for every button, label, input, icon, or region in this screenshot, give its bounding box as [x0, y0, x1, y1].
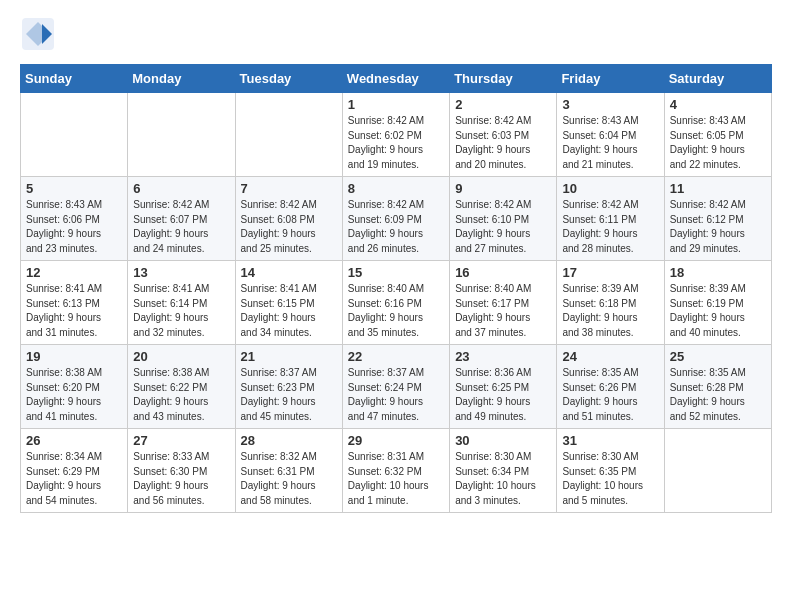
weekday-header-row: SundayMondayTuesdayWednesdayThursdayFrid…	[21, 65, 772, 93]
day-info: Sunrise: 8:37 AM Sunset: 6:23 PM Dayligh…	[241, 366, 337, 424]
day-number: 2	[455, 97, 551, 112]
day-info: Sunrise: 8:42 AM Sunset: 6:08 PM Dayligh…	[241, 198, 337, 256]
day-number: 17	[562, 265, 658, 280]
day-number: 16	[455, 265, 551, 280]
day-number: 10	[562, 181, 658, 196]
calendar-cell: 15Sunrise: 8:40 AM Sunset: 6:16 PM Dayli…	[342, 261, 449, 345]
calendar-cell: 28Sunrise: 8:32 AM Sunset: 6:31 PM Dayli…	[235, 429, 342, 513]
day-info: Sunrise: 8:41 AM Sunset: 6:14 PM Dayligh…	[133, 282, 229, 340]
day-number: 14	[241, 265, 337, 280]
day-number: 26	[26, 433, 122, 448]
calendar-cell: 23Sunrise: 8:36 AM Sunset: 6:25 PM Dayli…	[450, 345, 557, 429]
calendar-cell: 29Sunrise: 8:31 AM Sunset: 6:32 PM Dayli…	[342, 429, 449, 513]
day-info: Sunrise: 8:35 AM Sunset: 6:26 PM Dayligh…	[562, 366, 658, 424]
calendar-cell: 1Sunrise: 8:42 AM Sunset: 6:02 PM Daylig…	[342, 93, 449, 177]
day-number: 7	[241, 181, 337, 196]
calendar-cell	[235, 93, 342, 177]
day-info: Sunrise: 8:43 AM Sunset: 6:05 PM Dayligh…	[670, 114, 766, 172]
weekday-header-wednesday: Wednesday	[342, 65, 449, 93]
day-info: Sunrise: 8:39 AM Sunset: 6:18 PM Dayligh…	[562, 282, 658, 340]
day-number: 9	[455, 181, 551, 196]
calendar-cell	[21, 93, 128, 177]
page: SundayMondayTuesdayWednesdayThursdayFrid…	[0, 0, 792, 529]
day-info: Sunrise: 8:41 AM Sunset: 6:13 PM Dayligh…	[26, 282, 122, 340]
day-number: 24	[562, 349, 658, 364]
day-number: 28	[241, 433, 337, 448]
calendar-table: SundayMondayTuesdayWednesdayThursdayFrid…	[20, 64, 772, 513]
day-info: Sunrise: 8:42 AM Sunset: 6:03 PM Dayligh…	[455, 114, 551, 172]
day-info: Sunrise: 8:42 AM Sunset: 6:02 PM Dayligh…	[348, 114, 444, 172]
day-info: Sunrise: 8:40 AM Sunset: 6:17 PM Dayligh…	[455, 282, 551, 340]
logo-icon	[20, 16, 56, 52]
calendar-cell: 9Sunrise: 8:42 AM Sunset: 6:10 PM Daylig…	[450, 177, 557, 261]
weekday-header-friday: Friday	[557, 65, 664, 93]
day-number: 21	[241, 349, 337, 364]
calendar-cell: 20Sunrise: 8:38 AM Sunset: 6:22 PM Dayli…	[128, 345, 235, 429]
day-number: 1	[348, 97, 444, 112]
calendar-cell	[128, 93, 235, 177]
calendar-week-row: 5Sunrise: 8:43 AM Sunset: 6:06 PM Daylig…	[21, 177, 772, 261]
calendar-cell: 7Sunrise: 8:42 AM Sunset: 6:08 PM Daylig…	[235, 177, 342, 261]
weekday-header-thursday: Thursday	[450, 65, 557, 93]
calendar-cell: 8Sunrise: 8:42 AM Sunset: 6:09 PM Daylig…	[342, 177, 449, 261]
day-info: Sunrise: 8:30 AM Sunset: 6:34 PM Dayligh…	[455, 450, 551, 508]
day-info: Sunrise: 8:41 AM Sunset: 6:15 PM Dayligh…	[241, 282, 337, 340]
calendar-cell: 14Sunrise: 8:41 AM Sunset: 6:15 PM Dayli…	[235, 261, 342, 345]
calendar-cell: 16Sunrise: 8:40 AM Sunset: 6:17 PM Dayli…	[450, 261, 557, 345]
day-number: 6	[133, 181, 229, 196]
day-number: 3	[562, 97, 658, 112]
calendar-cell: 26Sunrise: 8:34 AM Sunset: 6:29 PM Dayli…	[21, 429, 128, 513]
day-number: 29	[348, 433, 444, 448]
calendar-cell: 30Sunrise: 8:30 AM Sunset: 6:34 PM Dayli…	[450, 429, 557, 513]
weekday-header-sunday: Sunday	[21, 65, 128, 93]
day-number: 4	[670, 97, 766, 112]
day-info: Sunrise: 8:43 AM Sunset: 6:06 PM Dayligh…	[26, 198, 122, 256]
day-info: Sunrise: 8:42 AM Sunset: 6:12 PM Dayligh…	[670, 198, 766, 256]
calendar-week-row: 1Sunrise: 8:42 AM Sunset: 6:02 PM Daylig…	[21, 93, 772, 177]
calendar-cell: 21Sunrise: 8:37 AM Sunset: 6:23 PM Dayli…	[235, 345, 342, 429]
day-number: 11	[670, 181, 766, 196]
calendar-cell: 4Sunrise: 8:43 AM Sunset: 6:05 PM Daylig…	[664, 93, 771, 177]
day-info: Sunrise: 8:42 AM Sunset: 6:10 PM Dayligh…	[455, 198, 551, 256]
day-info: Sunrise: 8:40 AM Sunset: 6:16 PM Dayligh…	[348, 282, 444, 340]
calendar-cell: 19Sunrise: 8:38 AM Sunset: 6:20 PM Dayli…	[21, 345, 128, 429]
day-info: Sunrise: 8:35 AM Sunset: 6:28 PM Dayligh…	[670, 366, 766, 424]
day-number: 15	[348, 265, 444, 280]
day-info: Sunrise: 8:37 AM Sunset: 6:24 PM Dayligh…	[348, 366, 444, 424]
calendar-cell: 6Sunrise: 8:42 AM Sunset: 6:07 PM Daylig…	[128, 177, 235, 261]
calendar-cell: 31Sunrise: 8:30 AM Sunset: 6:35 PM Dayli…	[557, 429, 664, 513]
day-number: 23	[455, 349, 551, 364]
day-info: Sunrise: 8:42 AM Sunset: 6:11 PM Dayligh…	[562, 198, 658, 256]
day-info: Sunrise: 8:43 AM Sunset: 6:04 PM Dayligh…	[562, 114, 658, 172]
day-number: 31	[562, 433, 658, 448]
weekday-header-tuesday: Tuesday	[235, 65, 342, 93]
day-info: Sunrise: 8:36 AM Sunset: 6:25 PM Dayligh…	[455, 366, 551, 424]
calendar-cell: 10Sunrise: 8:42 AM Sunset: 6:11 PM Dayli…	[557, 177, 664, 261]
calendar-cell: 13Sunrise: 8:41 AM Sunset: 6:14 PM Dayli…	[128, 261, 235, 345]
calendar-cell: 22Sunrise: 8:37 AM Sunset: 6:24 PM Dayli…	[342, 345, 449, 429]
calendar-cell: 27Sunrise: 8:33 AM Sunset: 6:30 PM Dayli…	[128, 429, 235, 513]
weekday-header-monday: Monday	[128, 65, 235, 93]
day-number: 8	[348, 181, 444, 196]
day-info: Sunrise: 8:38 AM Sunset: 6:20 PM Dayligh…	[26, 366, 122, 424]
day-info: Sunrise: 8:42 AM Sunset: 6:07 PM Dayligh…	[133, 198, 229, 256]
calendar-cell: 24Sunrise: 8:35 AM Sunset: 6:26 PM Dayli…	[557, 345, 664, 429]
calendar-week-row: 12Sunrise: 8:41 AM Sunset: 6:13 PM Dayli…	[21, 261, 772, 345]
calendar-week-row: 19Sunrise: 8:38 AM Sunset: 6:20 PM Dayli…	[21, 345, 772, 429]
calendar-cell: 3Sunrise: 8:43 AM Sunset: 6:04 PM Daylig…	[557, 93, 664, 177]
calendar-cell: 18Sunrise: 8:39 AM Sunset: 6:19 PM Dayli…	[664, 261, 771, 345]
day-number: 5	[26, 181, 122, 196]
day-number: 22	[348, 349, 444, 364]
day-number: 25	[670, 349, 766, 364]
calendar-cell: 5Sunrise: 8:43 AM Sunset: 6:06 PM Daylig…	[21, 177, 128, 261]
logo	[20, 16, 60, 52]
header	[20, 16, 772, 52]
weekday-header-saturday: Saturday	[664, 65, 771, 93]
day-info: Sunrise: 8:34 AM Sunset: 6:29 PM Dayligh…	[26, 450, 122, 508]
day-info: Sunrise: 8:42 AM Sunset: 6:09 PM Dayligh…	[348, 198, 444, 256]
day-info: Sunrise: 8:38 AM Sunset: 6:22 PM Dayligh…	[133, 366, 229, 424]
day-number: 18	[670, 265, 766, 280]
calendar-cell: 17Sunrise: 8:39 AM Sunset: 6:18 PM Dayli…	[557, 261, 664, 345]
calendar-cell: 12Sunrise: 8:41 AM Sunset: 6:13 PM Dayli…	[21, 261, 128, 345]
day-number: 19	[26, 349, 122, 364]
